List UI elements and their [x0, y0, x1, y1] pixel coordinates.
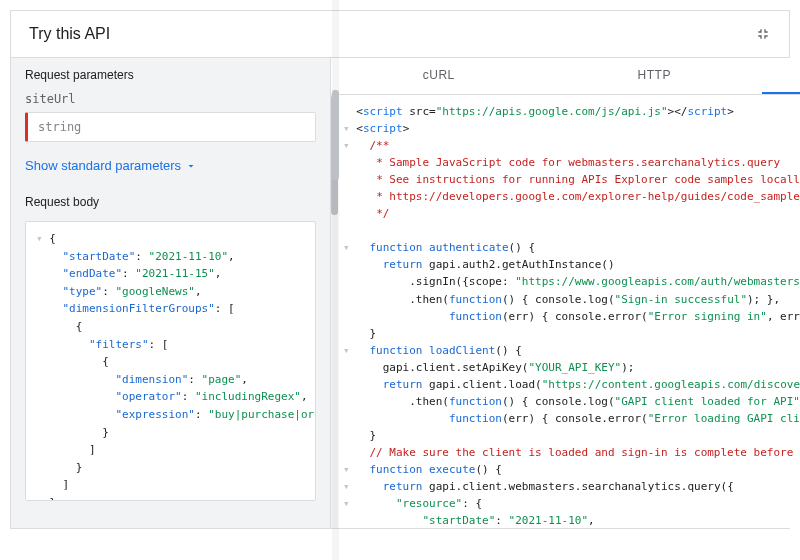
code-tabs: cURL HTTP JAVASCRIPT: [331, 58, 800, 95]
fullscreen-exit-icon[interactable]: [755, 26, 771, 42]
tab-javascript[interactable]: JAVASCRIPT: [762, 58, 800, 94]
chevron-down-icon: [185, 160, 197, 172]
request-body-editor[interactable]: ▾ { "startDate": "2021-11-10", "endDate"…: [25, 221, 316, 501]
code-sample[interactable]: <script src="https://apis.google.com/js/…: [331, 95, 800, 528]
request-params-heading: Request parameters: [11, 58, 330, 90]
panel-body: Request parameters siteUrl string Show s…: [11, 58, 789, 528]
try-api-panel: Try this API Request parameters siteUrl …: [10, 10, 790, 529]
request-body-heading: Request body: [11, 185, 330, 217]
title-bar: Try this API: [11, 11, 789, 58]
show-standard-params-label: Show standard parameters: [25, 158, 181, 173]
divider-scrollbar-thumb[interactable]: [332, 90, 339, 180]
code-sample-wrap: <script src="https://apis.google.com/js/…: [331, 95, 800, 528]
show-standard-params-link[interactable]: Show standard parameters: [11, 152, 330, 185]
right-pane: cURL HTTP JAVASCRIPT <script src="https:…: [331, 58, 800, 528]
divider-scrollbar-track: [332, 0, 339, 560]
param-name-siteurl: siteUrl: [11, 90, 330, 108]
siteurl-placeholder: string: [38, 120, 81, 134]
left-pane: Request parameters siteUrl string Show s…: [11, 58, 331, 528]
tab-http[interactable]: HTTP: [547, 58, 763, 94]
tab-curl[interactable]: cURL: [331, 58, 547, 94]
siteurl-input[interactable]: string: [25, 112, 316, 142]
panel-title: Try this API: [29, 25, 110, 43]
